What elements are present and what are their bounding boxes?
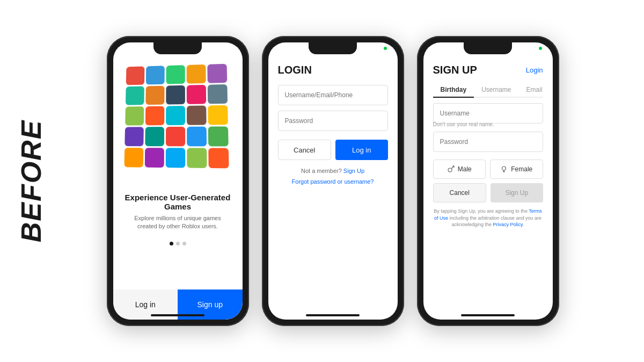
game-tile	[187, 85, 206, 104]
male-button[interactable]: Male	[433, 160, 486, 179]
login-title: LOGIN	[278, 64, 388, 76]
game-tile	[166, 148, 186, 168]
password-signup-input[interactable]	[433, 132, 543, 152]
home-indicator-2	[306, 314, 360, 316]
phone-2-shell: LOGIN Cancel Log in Not a member? Sign U…	[262, 36, 404, 326]
dots-indicator	[170, 242, 186, 245]
male-icon	[447, 165, 455, 173]
dot-3	[182, 242, 186, 245]
tabs-row: Birthday Username Email Phone	[433, 83, 543, 98]
game-tile	[187, 127, 207, 147]
signup-header: SIGN UP Login	[433, 64, 543, 76]
female-label: Female	[511, 165, 532, 173]
phone-2-screen: LOGIN Cancel Log in Not a member? Sign U…	[268, 42, 398, 320]
phone1-content: Experience User-Generated Games Explore …	[113, 42, 243, 320]
not-member-text: Not a member? Sign Up	[278, 168, 388, 174]
svg-point-2	[502, 166, 506, 170]
game-tile	[187, 105, 207, 125]
cancel-signup-button[interactable]: Cancel	[433, 183, 487, 202]
game-tile	[124, 148, 143, 168]
phone-3-shell: SIGN UP Login Birthday Username Email Ph…	[417, 36, 559, 326]
before-label: BEFORE	[15, 120, 47, 243]
tab-email[interactable]: Email	[519, 83, 550, 98]
game-tile	[208, 148, 229, 169]
username-email-phone-input[interactable]	[278, 85, 388, 105]
phone3-content: SIGN UP Login Birthday Username Email Ph…	[423, 42, 553, 239]
tab-birthday[interactable]: Birthday	[433, 83, 474, 98]
password-input[interactable]	[278, 111, 388, 131]
username-signup-input[interactable]	[433, 103, 543, 124]
dot-2	[176, 242, 180, 245]
game-tile	[166, 127, 185, 146]
game-tile	[208, 126, 229, 146]
game-tile	[166, 106, 185, 125]
notch-3	[464, 42, 512, 54]
phone-3-screen: SIGN UP Login Birthday Username Email Ph…	[423, 42, 553, 320]
svg-line-1	[451, 166, 454, 169]
phone-1-shell: Experience User-Generated Games Explore …	[107, 36, 249, 326]
game-tile	[166, 65, 185, 84]
cancel-button[interactable]: Cancel	[278, 140, 332, 160]
signup-link[interactable]: Sign Up	[343, 168, 364, 174]
tab-username[interactable]: Username	[474, 83, 518, 98]
scene: BEFORE	[0, 0, 644, 362]
gender-row: Male Female	[433, 160, 543, 179]
game-tile	[126, 86, 144, 105]
tab-phone[interactable]: Phone	[550, 83, 553, 98]
notch-1	[153, 42, 202, 54]
female-button[interactable]: Female	[490, 160, 543, 179]
female-icon	[500, 165, 508, 173]
game-tile	[166, 85, 185, 105]
login-button[interactable]: Log in	[335, 140, 388, 160]
home-indicator-3	[461, 314, 515, 316]
dot-1	[170, 242, 173, 245]
game-tile	[187, 148, 207, 168]
terms-link[interactable]: Terms of Use	[434, 208, 542, 221]
home-indicator-1	[151, 314, 204, 316]
status-dot-3	[539, 47, 542, 50]
game-tile	[145, 106, 165, 126]
game-tile	[146, 66, 165, 84]
male-label: Male	[458, 165, 472, 173]
game-tile	[207, 64, 227, 83]
forgot-link[interactable]: Forgot password or username?	[278, 178, 388, 185]
notch-2	[309, 42, 357, 54]
game-tile	[208, 105, 228, 125]
games-grid	[124, 64, 231, 182]
phone-1-screen: Experience User-Generated Games Explore …	[113, 42, 243, 320]
signup-action-row: Cancel Sign Up	[433, 183, 543, 202]
phones-container: Experience User-Generated Games Explore …	[107, 36, 559, 326]
welcome-subtitle: Explore millions of unique games created…	[113, 214, 243, 231]
signup-title: SIGN UP	[433, 64, 477, 76]
game-tile	[145, 127, 164, 146]
privacy-link[interactable]: Privacy Policy	[493, 222, 523, 227]
game-tile	[187, 64, 206, 84]
game-tile	[125, 106, 144, 126]
terms-text: By tapping Sign Up, you are agreeing to …	[433, 208, 543, 228]
svg-point-0	[448, 168, 452, 172]
username-hint: Don't use your real name.	[433, 121, 543, 127]
game-tile	[145, 86, 164, 105]
game-tile	[208, 84, 228, 104]
phone2-content: LOGIN Cancel Log in Not a member? Sign U…	[268, 42, 398, 196]
game-tile	[126, 67, 145, 85]
welcome-title: Experience User-Generated Games	[113, 193, 243, 211]
login-link[interactable]: Login	[526, 66, 543, 74]
status-dot-2	[384, 47, 387, 50]
game-tile	[145, 148, 164, 168]
signup-button[interactable]: Sign Up	[491, 183, 543, 202]
game-tile	[125, 127, 144, 146]
login-form-buttons: Cancel Log in	[278, 140, 388, 160]
